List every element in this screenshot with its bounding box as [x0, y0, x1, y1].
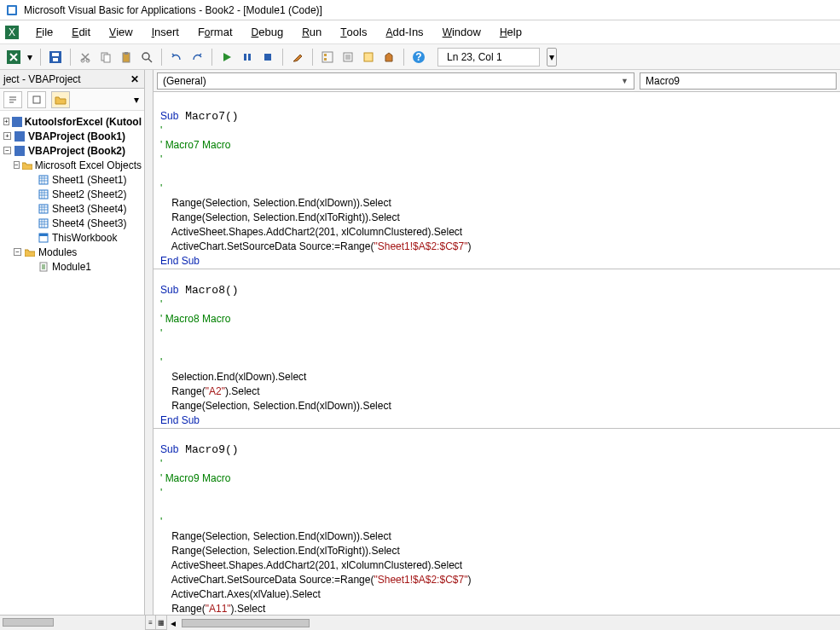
collapse-icon[interactable]: −: [3, 147, 11, 154]
separator: [403, 49, 404, 66]
separator: [40, 49, 41, 66]
tree-label: Sheet4 (Sheet3): [52, 217, 126, 229]
tree-node-kutools[interactable]: + KutoolsforExcel (Kutool: [2, 114, 142, 129]
menu-insert[interactable]: Insert: [143, 22, 188, 42]
toggle-folders-icon[interactable]: [51, 91, 70, 108]
tree-label: Modules: [38, 246, 77, 258]
reset-icon[interactable]: [259, 49, 276, 66]
project-icon: [12, 117, 22, 127]
toolbox-icon[interactable]: [380, 49, 397, 66]
svg-rect-13: [125, 52, 128, 55]
svg-rect-16: [248, 54, 251, 61]
excel-icon[interactable]: X: [5, 26, 19, 39]
tree-node-modules[interactable]: − Modules: [2, 245, 142, 259]
svg-rect-32: [39, 219, 48, 228]
collapse-icon[interactable]: −: [14, 248, 21, 256]
code-dropdowns: (General) ▼ Macro9: [154, 70, 840, 92]
paste-icon[interactable]: [118, 49, 135, 66]
menu-window[interactable]: Window: [434, 22, 490, 42]
project-icon: [14, 146, 26, 156]
svg-rect-18: [322, 52, 333, 62]
project-tree[interactable]: + KutoolsforExcel (Kutool + VBAProject (…: [0, 111, 144, 615]
folder-icon: [22, 161, 32, 170]
tree-node-sheet1[interactable]: Sheet1 (Sheet1): [2, 172, 142, 187]
project-icon: [14, 131, 26, 142]
svg-point-14: [142, 53, 149, 60]
sidebar-hscroll[interactable]: [0, 616, 145, 630]
tree-node-excel-objects[interactable]: − Microsoft Excel Objects: [2, 158, 142, 172]
tree-node-module1[interactable]: Module1: [2, 259, 142, 274]
svg-rect-28: [14, 146, 25, 156]
view-code-icon[interactable]: [3, 91, 22, 108]
splitter[interactable]: [145, 70, 154, 615]
tree-node-sheet4[interactable]: Sheet4 (Sheet3): [2, 216, 142, 230]
properties-icon[interactable]: [339, 49, 356, 66]
scroll-left-icon[interactable]: ◂: [167, 616, 179, 630]
code-hscroll[interactable]: [179, 616, 840, 630]
undo-icon[interactable]: [168, 49, 185, 66]
close-icon[interactable]: ✕: [129, 73, 141, 85]
procedure-dropdown[interactable]: Macro9: [640, 72, 837, 90]
cursor-position: Ln 23, Col 1: [437, 48, 540, 66]
svg-rect-26: [12, 117, 22, 127]
window-title: Microsoft Visual Basic for Applications …: [24, 4, 322, 16]
tree-node-sheet3[interactable]: Sheet3 (Sheet4): [2, 201, 142, 216]
toolbar-overflow-icon[interactable]: ▾: [547, 48, 557, 66]
menu-tools[interactable]: Tools: [332, 22, 375, 42]
tree-label: Module1: [52, 261, 91, 273]
tree-node-vba1[interactable]: + VBAProject (Book1): [2, 129, 142, 143]
break-icon[interactable]: [239, 49, 256, 66]
svg-rect-11: [104, 55, 110, 62]
object-browser-icon[interactable]: [360, 49, 377, 66]
help-icon[interactable]: ?: [410, 49, 427, 66]
menu-debug[interactable]: Debug: [243, 22, 293, 42]
save-icon[interactable]: [47, 49, 64, 66]
full-module-view-icon[interactable]: ▦: [156, 616, 166, 630]
tree-label: Sheet1 (Sheet1): [52, 174, 126, 186]
separator: [70, 49, 71, 66]
footer: ≡ ▦ ◂: [0, 615, 840, 630]
separator: [161, 49, 162, 66]
object-dropdown-value: (General): [163, 75, 206, 87]
cut-icon[interactable]: [77, 49, 94, 66]
tree-label: VBAProject (Book2): [28, 145, 125, 157]
view-object-icon[interactable]: [27, 91, 46, 108]
redo-icon[interactable]: [188, 49, 206, 66]
main-area: ject - VBAProject ✕ ▾ + KutoolsforExcel …: [0, 70, 840, 615]
tree-node-thisworkbook[interactable]: ThisWorkbook: [2, 230, 142, 245]
separator: [282, 49, 283, 66]
procedure-view-icon[interactable]: ≡: [146, 616, 156, 630]
find-icon[interactable]: [138, 49, 155, 66]
tree-label: KutoolsforExcel (Kutool: [25, 116, 142, 128]
collapse-icon[interactable]: −: [14, 161, 20, 169]
dropdown-arrow-icon[interactable]: ▾: [132, 94, 141, 106]
menu-addins[interactable]: Add-Ins: [377, 22, 432, 42]
menu-run[interactable]: Run: [293, 22, 330, 42]
menu-view[interactable]: View: [101, 22, 142, 42]
menu-edit[interactable]: Edit: [63, 22, 99, 42]
tree-node-sheet2[interactable]: Sheet2 (Sheet2): [2, 187, 142, 201]
svg-rect-25: [33, 96, 40, 103]
toolbar: ▾ ? Ln 23, Col 1 ▾: [0, 44, 840, 70]
workbook-icon: [38, 233, 49, 243]
chevron-down-icon: ▼: [621, 77, 629, 85]
svg-rect-7: [53, 58, 58, 61]
menu-help[interactable]: Help: [491, 22, 530, 42]
copy-icon[interactable]: [97, 49, 114, 66]
menu-format[interactable]: Format: [189, 22, 241, 42]
module-icon: [38, 262, 49, 272]
run-icon[interactable]: [218, 49, 235, 66]
project-explorer-icon[interactable]: [319, 49, 336, 66]
dropdown-arrow-icon[interactable]: ▾: [26, 51, 34, 63]
object-dropdown[interactable]: (General) ▼: [157, 72, 634, 90]
design-mode-icon[interactable]: [289, 49, 306, 66]
menu-file[interactable]: File: [27, 22, 61, 42]
view-excel-icon[interactable]: [5, 49, 22, 66]
separator: [211, 49, 212, 66]
tree-label: Sheet2 (Sheet2): [52, 188, 126, 200]
expand-icon[interactable]: +: [3, 118, 9, 125]
code-pane: (General) ▼ Macro9 Sub Macro7() ' ' Macr…: [154, 70, 840, 615]
expand-icon[interactable]: +: [3, 132, 11, 140]
tree-node-vba2[interactable]: − VBAProject (Book2): [2, 143, 142, 158]
code-editor[interactable]: Sub Macro7() ' ' Macro7 Macro ' ' Range(…: [154, 92, 840, 615]
